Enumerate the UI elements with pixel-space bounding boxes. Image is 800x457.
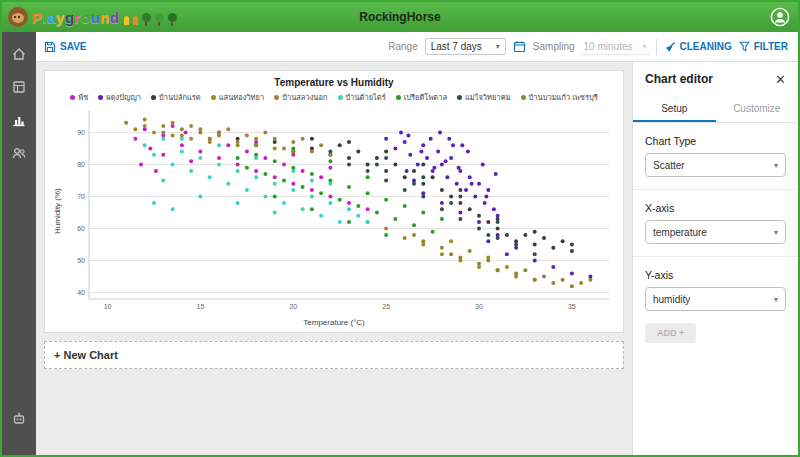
chart-legend: พืชผดุงปัญญาบ้านปลักแรดแสนทองวิทยาบ้านสล… (51, 91, 617, 103)
legend-label: แสนทองวิทยา (219, 91, 264, 103)
editor-tabs: Setup Customize (633, 96, 798, 123)
calendar-icon (513, 40, 526, 53)
kid-figure-icon (124, 16, 129, 25)
workspace: Temperature vs Humidity พืชผดุงปัญญาบ้าน… (36, 62, 632, 455)
cleaning-button[interactable]: CLEANING (664, 41, 732, 53)
tree-icon (142, 13, 151, 26)
legend-dot-icon (521, 95, 526, 100)
datasets-icon[interactable] (11, 79, 27, 95)
chart-card: Temperature vs Humidity พืชผดุงปัญญาบ้าน… (44, 70, 624, 333)
scatter-plot[interactable]: 405060708090101520253035 (63, 105, 615, 317)
charts-icon[interactable] (11, 112, 27, 128)
app-window: Playground RockingHorse (0, 0, 800, 457)
tree-icon (155, 13, 164, 26)
svg-text:90: 90 (77, 129, 85, 136)
sampling-select[interactable]: 10 minutes (582, 39, 649, 55)
y-axis-label: Humidity (%) (51, 105, 63, 317)
save-label: SAVE (60, 41, 87, 52)
save-button[interactable]: SAVE (44, 41, 87, 53)
svg-text:25: 25 (382, 303, 390, 310)
range-label: Range (388, 41, 417, 52)
legend-label: บ้านบวมแก้ว เพชรบุรี (529, 91, 598, 103)
chart-type-label: Chart Type (645, 135, 786, 147)
assistant-icon[interactable] (11, 411, 27, 427)
logo-text: Playground (32, 9, 120, 26)
svg-text:80: 80 (77, 161, 85, 168)
y-axis-value: humidity (653, 294, 690, 305)
chart-body: Humidity (%) 405060708090101520253035 (51, 105, 617, 317)
user-avatar[interactable] (770, 7, 790, 27)
range-value: Last 7 days (431, 41, 482, 52)
save-icon (44, 41, 56, 53)
svg-text:35: 35 (568, 303, 576, 310)
chart-type-select[interactable]: Scatter (645, 153, 786, 177)
monkey-logo-icon (8, 7, 28, 27)
legend-label: เปรียดีโพตาล (404, 91, 447, 103)
x-axis-field: X-axis temperature (645, 190, 786, 244)
user-icon (770, 7, 790, 27)
svg-text:10: 10 (104, 303, 112, 310)
legend-dot-icon (274, 95, 279, 100)
legend-item[interactable]: บ้านต้ายไตร์ (338, 91, 386, 103)
new-chart-button[interactable]: + New Chart (44, 341, 624, 369)
legend-item[interactable]: แม่ใจวิทยาคม (457, 91, 511, 103)
legend-dot-icon (70, 95, 75, 100)
chart-type-field: Chart Type Scatter (645, 123, 786, 177)
svg-text:60: 60 (77, 225, 85, 232)
legend-label: ผดุงปัญญา (106, 91, 141, 103)
filter-button[interactable]: FILTER (739, 41, 788, 52)
home-icon[interactable] (11, 46, 27, 62)
y-axis-field-label: Y-axis (645, 269, 786, 281)
chart-editor-panel: Chart editor ✕ Setup Customize Chart Typ… (632, 62, 798, 455)
legend-item[interactable]: บ้านบวมแก้ว เพชรบุรี (521, 91, 598, 103)
add-axis-button[interactable]: ADD + (645, 323, 696, 343)
legend-item[interactable]: ผดุงปัญญา (98, 91, 141, 103)
x-axis-field-label: X-axis (645, 202, 786, 214)
panel-title: Chart editor (645, 72, 713, 86)
broom-icon (664, 41, 676, 53)
filter-label: FILTER (754, 41, 788, 52)
tab-setup[interactable]: Setup (633, 96, 716, 122)
left-sidebar (2, 32, 36, 455)
legend-dot-icon (211, 95, 216, 100)
svg-text:30: 30 (475, 303, 483, 310)
sampling-label: Sampling (533, 41, 575, 52)
legend-dot-icon (457, 95, 462, 100)
users-icon[interactable] (11, 145, 27, 161)
chart-type-value: Scatter (653, 160, 685, 171)
legend-label: บ้านปลักแรด (159, 91, 201, 103)
svg-text:40: 40 (77, 289, 85, 296)
legend-dot-icon (151, 95, 156, 100)
kid-figure-icon (133, 16, 138, 25)
x-axis-value: temperature (653, 227, 707, 238)
top-header: Playground RockingHorse (2, 2, 798, 32)
y-axis-select[interactable]: humidity (645, 287, 786, 311)
logo[interactable]: Playground (2, 7, 177, 27)
toolbar-divider (656, 39, 657, 55)
legend-dot-icon (338, 95, 343, 100)
legend-item[interactable]: เปรียดีโพตาล (396, 91, 447, 103)
x-axis-label: Temperature (°C) (51, 318, 617, 327)
cleaning-label: CLEANING (680, 41, 732, 52)
chart-title: Temperature vs Humidity (51, 77, 617, 88)
svg-text:20: 20 (289, 303, 297, 310)
x-axis-select[interactable]: temperature (645, 220, 786, 244)
range-select[interactable]: Last 7 days (425, 38, 506, 55)
legend-item[interactable]: บ้านปลักแรด (151, 91, 201, 103)
legend-label: พืช (78, 91, 88, 103)
legend-item[interactable]: พืช (70, 91, 88, 103)
legend-label: บ้านต้ายไตร์ (346, 91, 386, 103)
tab-customize[interactable]: Customize (716, 96, 799, 122)
svg-text:15: 15 (197, 303, 205, 310)
app-title: RockingHorse (359, 10, 440, 24)
tree-icon (168, 13, 177, 26)
svg-text:70: 70 (77, 193, 85, 200)
legend-item[interactable]: บ้านสลวงนอก (274, 91, 327, 103)
legend-label: บ้านสลวงนอก (282, 91, 327, 103)
svg-text:50: 50 (77, 257, 85, 264)
close-icon[interactable]: ✕ (775, 73, 786, 86)
legend-dot-icon (98, 95, 103, 100)
calendar-button[interactable] (513, 40, 526, 53)
sampling-value: 10 minutes (584, 41, 633, 52)
legend-item[interactable]: แสนทองวิทยา (211, 91, 264, 103)
